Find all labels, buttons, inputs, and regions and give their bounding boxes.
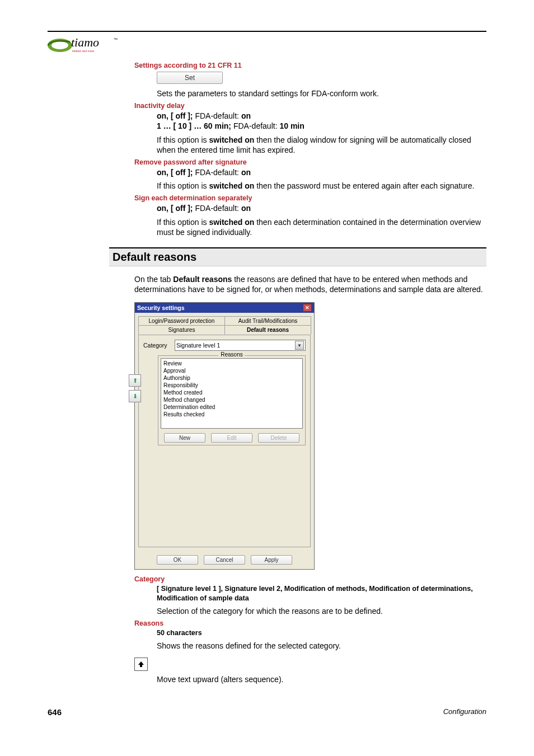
category-label: Category	[143, 342, 171, 349]
reasons-listbox[interactable]: Review Approval Authorship Responsibilit…	[161, 358, 303, 429]
remove-options: on, [ off ]; FDA-default: on	[157, 167, 486, 177]
def-reasons-options: 50 characters	[157, 628, 486, 637]
chapter-label: Configuration	[443, 707, 486, 717]
tab-signatures[interactable]: Signatures	[138, 325, 225, 335]
arrow-up-icon	[134, 658, 148, 671]
tab-audit[interactable]: Audit Trail/Modifications	[224, 316, 311, 325]
heading-cfr: Settings according to 21 CFR 11	[134, 62, 486, 69]
chevron-down-icon[interactable]: ▼	[295, 341, 304, 350]
def-reasons-desc: Shows the reasons defined for the select…	[157, 641, 486, 651]
set-description: Sets the parameters to standard settings…	[157, 88, 486, 98]
category-value: Signature level 1	[176, 342, 220, 349]
svg-text:™: ™	[114, 37, 118, 41]
heading-sign-separately: Sign each determination separately	[134, 194, 486, 202]
sign-options: on, [ off ]; FDA-default: on	[157, 203, 486, 213]
page-number: 646	[48, 707, 62, 717]
sign-desc: If this option is switched on then each …	[157, 217, 486, 237]
edit-button[interactable]: Edit	[211, 433, 252, 443]
tab-login[interactable]: Login/Password protection	[138, 316, 225, 325]
dialog-title: Security settings	[137, 304, 185, 311]
remove-desc: If this option is switched on then the p…	[157, 181, 486, 191]
ok-button[interactable]: OK	[157, 555, 198, 565]
list-item[interactable]: Approval	[163, 367, 300, 374]
tab-default-reasons[interactable]: Default reasons	[224, 325, 311, 335]
heading-inactivity: Inactivity delay	[134, 102, 486, 110]
def-category-title: Category	[134, 575, 486, 583]
new-button[interactable]: New	[164, 433, 205, 443]
apply-button[interactable]: Apply	[251, 555, 292, 565]
svg-text:titration and more: titration and more	[72, 49, 94, 53]
list-item[interactable]: Results checked	[163, 411, 300, 418]
inactivity-desc: If this option is switched on then the d…	[157, 135, 486, 155]
cancel-button[interactable]: Cancel	[204, 555, 245, 565]
list-item[interactable]: Method changed	[163, 396, 300, 403]
arrow-desc: Move text upward (alters sequence).	[157, 674, 486, 684]
delete-button[interactable]: Delete	[258, 433, 299, 443]
set-button[interactable]: Set	[157, 72, 223, 84]
heading-remove-password: Remove password after signature	[134, 158, 486, 166]
list-item[interactable]: Determination edited	[163, 403, 300, 411]
svg-text:tiamo: tiamo	[71, 35, 99, 49]
list-item[interactable]: Review	[163, 360, 300, 367]
def-category-desc: Selection of the category for which the …	[157, 606, 486, 616]
move-up-icon[interactable]: ⬆	[129, 374, 141, 387]
list-item[interactable]: Method created	[163, 389, 300, 396]
category-combo[interactable]: Signature level 1 ▼	[175, 340, 306, 351]
list-item[interactable]: Authorship	[163, 374, 300, 382]
def-category-options: [ Signature level 1 ], Signature level 2…	[157, 584, 486, 603]
list-item[interactable]: Responsibility	[163, 382, 300, 389]
close-icon[interactable]: ✕	[303, 304, 312, 312]
move-down-icon[interactable]: ⬇	[129, 390, 141, 402]
security-settings-dialog: Security settings ✕ Login/Password prote…	[134, 302, 315, 570]
reasons-group-label: Reasons	[218, 351, 245, 358]
default-reasons-intro: On the tab Default reasons the reasons a…	[134, 274, 486, 294]
brand-logo: tiamo ™ titration and more	[48, 33, 486, 56]
svg-point-1	[51, 41, 68, 49]
inactivity-options-2: 1 … [ 10 ] … 60 min; FDA-default: 10 min	[157, 121, 486, 131]
def-reasons-title: Reasons	[134, 619, 486, 627]
inactivity-options-1: on, [ off ]; FDA-default: on	[157, 111, 486, 121]
section-default-reasons: Default reasons	[109, 247, 486, 266]
